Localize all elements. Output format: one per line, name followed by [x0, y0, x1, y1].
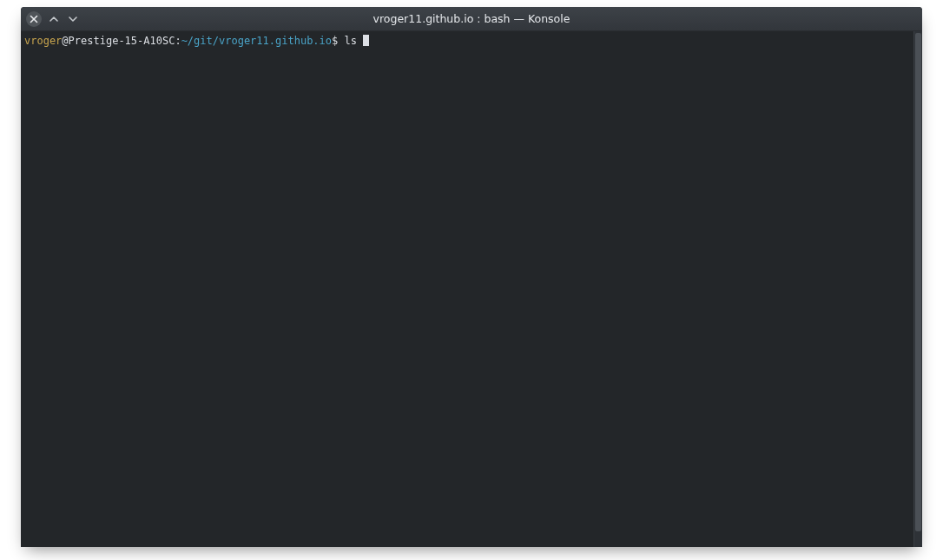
terminal-window: vroger11.github.io : bash — Konsole vrog… — [21, 7, 922, 547]
titlebar-buttons — [26, 11, 80, 27]
window-title: vroger11.github.io : bash — Konsole — [373, 12, 570, 25]
prompt-symbol: $ — [332, 35, 344, 47]
prompt-user: vroger — [24, 35, 62, 47]
chevron-up-icon — [49, 15, 58, 23]
scrollbar-thumb[interactable] — [915, 33, 921, 531]
cursor-icon — [363, 35, 369, 46]
close-button[interactable] — [26, 11, 42, 27]
terminal-body[interactable]: vroger@Prestige-15-A10SC:~/git/vroger11.… — [21, 31, 922, 547]
close-icon — [30, 15, 38, 23]
minimize-down-button[interactable] — [66, 12, 80, 26]
terminal-content: vroger@Prestige-15-A10SC:~/git/vroger11.… — [24, 35, 919, 47]
chevron-down-icon — [69, 15, 77, 23]
prompt-command: ls — [344, 35, 363, 47]
prompt-host: @Prestige-15-A10SC: — [62, 35, 181, 47]
titlebar[interactable]: vroger11.github.io : bash — Konsole — [21, 7, 922, 31]
prompt-path: ~/git/vroger11.github.io — [181, 35, 332, 47]
scrollbar[interactable] — [913, 31, 922, 547]
maximize-up-button[interactable] — [47, 12, 61, 26]
